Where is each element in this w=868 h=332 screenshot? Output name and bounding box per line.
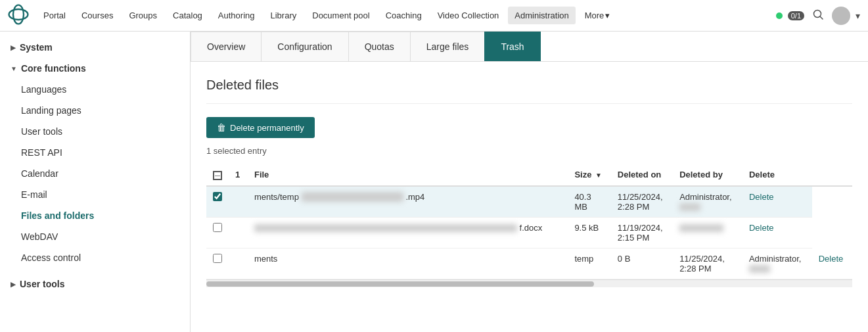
row3-checkbox-cell [206,249,229,279]
sidebar-section-user-tools[interactable]: ▶ User tools [0,273,190,295]
horizontal-scrollbar[interactable] [206,279,852,287]
search-button[interactable] [810,6,827,25]
sidebar-user-tools-label: User tools [20,279,64,289]
row1-checkbox-cell [206,186,229,218]
deleted-files-table: 1 File Size ▼ Deleted on Deleted by Dele… [206,164,852,279]
sidebar-item-landing-pages[interactable]: Landing pages [0,100,190,121]
top-navigation: Portal Courses Groups Catalog Authoring … [0,0,868,32]
table-row: ▓▓▓ ▓▓▓▓▓ ▓▓▓▓▓▓▓▓ ▓▓▓▓▓ ▓▓▓▓▓▓ ▓▓▓ ▓▓ ▓… [206,218,852,249]
session-badge: 0/1 [788,11,804,20]
row2-delete-cell: Delete [742,218,812,249]
row1-delete-cell: Delete [742,186,812,218]
row2-num [229,218,248,249]
user-avatar[interactable] [832,7,850,25]
row2-checkbox-cell [206,218,229,249]
row2-size: 9.5 kB [568,218,610,249]
row3-checkbox[interactable] [213,254,222,263]
size-sort-icon: ▼ [595,172,602,179]
row1-path: ments/temp ▓▓▓▓▓▓ ▓▓▓▓▓▓▓▓▓▓ .mp4 [248,186,568,218]
row1-num [229,186,248,218]
tab-quotas[interactable]: Quotas [348,32,411,61]
main-content: Overview Configuration Quotas Large file… [191,32,868,332]
table-row: ments/temp ▓▓▓▓▓▓ ▓▓▓▓▓▓▓▓▓▓ .mp4 40.3MB… [206,186,852,218]
sidebar-core-functions-label: Core functions [21,63,86,74]
header-delete-col: Delete [742,164,812,186]
nav-more[interactable]: More ▾ [578,7,617,24]
row1-deleted-on: 11/25/2024,2:28 PM [611,186,673,218]
scrollbar-thumb[interactable] [206,281,594,287]
sidebar-section-system[interactable]: ▶ System [0,37,190,58]
header-deleted-on-col: Deleted on [611,164,673,186]
nav-document-pool[interactable]: Document pool [306,7,376,24]
sidebar-section-core-functions[interactable]: ▼ Core functions [0,58,190,79]
header-number-col: 1 [229,164,248,186]
row3-deleted-by: Administrator,▓▓▓▓ [742,249,812,279]
svg-point-1 [13,5,24,24]
nav-authoring[interactable]: Authoring [212,7,262,24]
svg-point-2 [814,11,821,18]
row2-path-blurred: ▓▓▓ ▓▓▓▓▓ ▓▓▓▓▓▓▓▓ ▓▓▓▓▓ ▓▓▓▓▓▓ ▓▓▓ ▓▓ ▓… [254,224,517,232]
row1-delete-link[interactable]: Delete [749,192,774,202]
header-file-col: File [248,164,568,186]
nav-coaching[interactable]: Coaching [379,7,428,24]
status-indicator [776,12,783,19]
sidebar-item-access-control[interactable]: Access control [0,247,190,268]
row2-deleted-by: ▓▓▓▓ ▓▓▓▓ [673,218,742,249]
nav-catalog[interactable]: Catalog [166,7,209,24]
user-tools-arrow-icon: ▶ [11,281,16,288]
row1-deleted-by: Administrator,▓▓▓▓ [673,186,742,218]
row2-deleted-on: 11/19/2024,2:15 PM [611,218,673,249]
sidebar-item-languages[interactable]: Languages [0,79,190,100]
delete-btn-label: Delete permanently [230,123,304,133]
sidebar-item-user-tools[interactable]: User tools [0,121,190,142]
tab-overview[interactable]: Overview [191,32,262,61]
select-all-checkbox[interactable] [213,171,222,180]
nav-video-collection[interactable]: Video Collection [431,7,506,24]
row2-path: ▓▓▓ ▓▓▓▓▓ ▓▓▓▓▓▓▓▓ ▓▓▓▓▓ ▓▓▓▓▓▓ ▓▓▓ ▓▓ ▓… [248,218,568,249]
tab-bar: Overview Configuration Quotas Large file… [191,32,868,62]
svg-point-0 [9,9,28,20]
trash-icon: 🗑 [217,122,226,133]
row3-num [229,249,248,279]
header-checkbox-col [206,164,229,186]
sidebar-item-files-and-folders[interactable]: Files and folders [0,205,190,226]
row2-delete-link[interactable]: Delete [749,223,774,233]
nav-portal[interactable]: Portal [37,7,72,24]
row1-checkbox[interactable] [213,192,222,201]
delete-permanently-button[interactable]: 🗑 Delete permanently [206,117,315,138]
tab-configuration[interactable]: Configuration [261,32,348,61]
page-title: Deleted files [206,78,852,104]
nav-administration[interactable]: Administration [508,7,575,24]
row2-checkbox[interactable] [213,223,222,232]
sidebar-item-rest-api[interactable]: REST API [0,142,190,163]
nav-courses[interactable]: Courses [75,7,120,24]
core-functions-arrow-icon: ▼ [11,65,17,72]
tab-large-files[interactable]: Large files [410,32,486,61]
header-deleted-by-col: Deleted by [673,164,742,186]
nav-library[interactable]: Library [264,7,304,24]
table-row: ments temp 0 B 11/25/2024,2:28 PM Admini… [206,249,852,279]
row3-delete-cell: Delete [812,249,852,279]
row3-file: temp [568,249,610,279]
row3-delete-link[interactable]: Delete [819,254,844,264]
sidebar-item-email[interactable]: E-mail [0,184,190,205]
row3-path: ments [248,249,568,279]
svg-line-3 [821,17,823,20]
header-size-col[interactable]: Size ▼ [568,164,610,186]
row1-file-blurred: ▓▓▓▓▓▓ ▓▓▓▓▓▓▓▓▓▓ [302,192,403,202]
nav-groups[interactable]: Groups [122,7,164,24]
selected-count: 1 selected entry [206,146,852,156]
tab-trash[interactable]: Trash [484,32,540,61]
sidebar-system-label: System [20,42,53,53]
user-menu-arrow[interactable]: ▾ [856,11,860,21]
row3-size: 0 B [611,249,673,279]
sidebar-item-calendar[interactable]: Calendar [0,163,190,184]
sidebar: ▶ System ▼ Core functions Languages Land… [0,32,191,332]
sidebar-item-webdav[interactable]: WebDAV [0,226,190,247]
row1-size: 40.3MB [568,186,610,218]
logo[interactable] [8,4,29,27]
row3-deleted-on: 11/25/2024,2:28 PM [673,249,742,279]
system-arrow-icon: ▶ [11,44,16,51]
